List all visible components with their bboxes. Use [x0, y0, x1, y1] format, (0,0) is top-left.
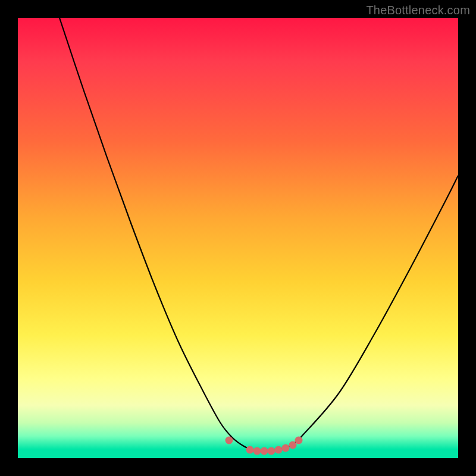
bottleneck-curve — [60, 18, 458, 452]
dot — [268, 447, 275, 455]
chart-frame: TheBottleneck.com — [0, 0, 476, 476]
dot — [282, 444, 290, 452]
flat-bottom-dots — [226, 437, 303, 455]
watermark-text: TheBottleneck.com — [366, 4, 470, 17]
curve-svg — [18, 18, 458, 458]
dot — [253, 447, 261, 455]
dot — [275, 446, 283, 454]
dot — [295, 437, 303, 444]
plot-area — [18, 18, 458, 458]
dot — [246, 446, 254, 454]
dot — [261, 447, 268, 455]
dot — [226, 437, 233, 444]
